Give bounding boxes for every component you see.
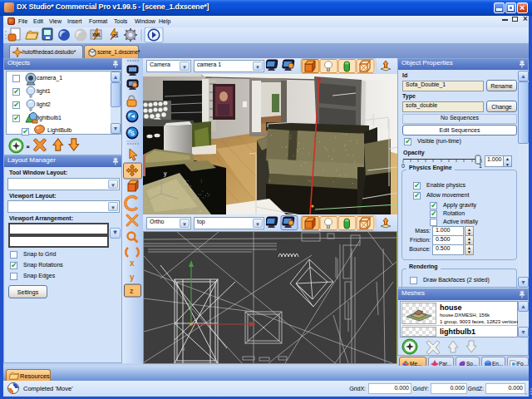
svg-text:x: x (182, 346, 185, 352)
svg-text:x: x (130, 259, 135, 268)
svg-text:y: y (164, 170, 167, 177)
svg-text:z: z (130, 287, 134, 295)
svg-text:1: 1 (479, 163, 482, 169)
svg-text:0: 0 (401, 163, 405, 169)
svg-text:S: S (131, 130, 135, 137)
svg-text:y: y (130, 273, 135, 282)
svg-text:XML: XML (92, 32, 101, 37)
svg-text:JS: JS (112, 33, 118, 38)
